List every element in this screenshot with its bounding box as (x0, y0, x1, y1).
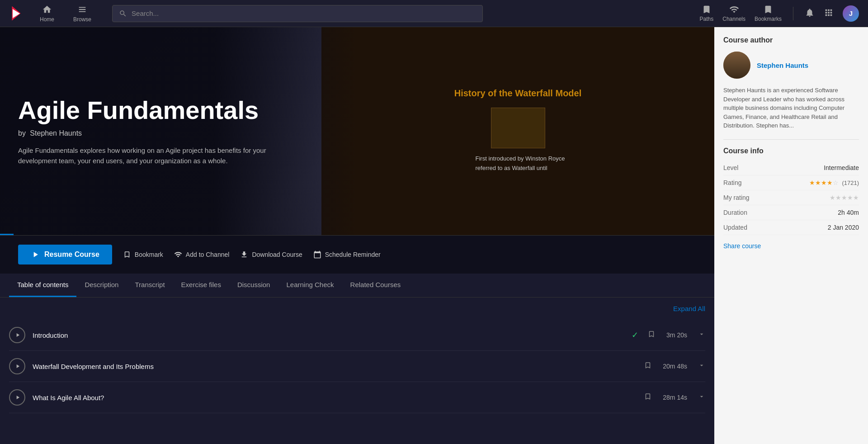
play-module-button[interactable] (9, 358, 25, 374)
download-course-button[interactable]: Download Course (240, 250, 302, 259)
schedule-reminder-button[interactable]: Schedule Reminder (313, 250, 381, 259)
nav-right-group: Paths Channels Bookmarks J (700, 5, 859, 22)
course-hero: History of the Waterfall Model First int… (0, 27, 714, 235)
channel-icon (174, 250, 182, 259)
level-label: Level (723, 164, 738, 171)
expand-module-button[interactable] (698, 362, 705, 371)
info-row-my-rating: My rating ★★★★★ (723, 190, 859, 205)
module-duration: 28m 14s (663, 394, 687, 401)
table-row: Waterfall Development and Its Problems 2… (9, 351, 705, 382)
bookmark-module-button[interactable] (647, 330, 656, 340)
slide-image (491, 108, 545, 148)
author-description: Stephen Haunts is an experienced Softwar… (723, 86, 859, 130)
rating-stars: ★★★★ (809, 179, 833, 186)
left-content: History of the Waterfall Model First int… (0, 27, 714, 444)
download-icon (240, 250, 248, 259)
nav-home[interactable]: Home (33, 5, 61, 23)
play-module-button[interactable] (9, 389, 25, 406)
top-navigation: Home Browse Paths Channels Bookmarks J (0, 0, 868, 27)
tabs-bar: Table of contents Description Transcript… (0, 274, 714, 298)
slide-bullets: First introduced by Winston Royce referr… (471, 155, 565, 174)
course-info-section-title: Course info (723, 147, 859, 155)
module-title: Waterfall Development and Its Problems (33, 363, 637, 370)
play-icon (14, 363, 21, 369)
chevron-down-icon (698, 393, 705, 400)
expand-all-button[interactable]: Expand All (9, 298, 705, 320)
table-row: What Is Agile All About? 28m 14s (9, 382, 705, 413)
nav-apps[interactable] (824, 8, 834, 19)
info-row-duration: Duration 2h 40m (723, 205, 859, 220)
course-title: Agile Fundamentals (18, 96, 339, 124)
course-author-line: by Stephen Haunts (18, 129, 339, 137)
info-row-rating: Rating ★★★★☆ (1721) (723, 175, 859, 190)
bookmark-module-button[interactable] (644, 361, 652, 371)
expand-module-button[interactable] (698, 393, 705, 402)
info-row-level: Level Intermediate (723, 161, 859, 175)
logo-icon[interactable] (9, 6, 24, 21)
slide-bullet-2: referred to as Waterfall until (471, 165, 565, 171)
play-icon (14, 394, 21, 401)
nav-notifications[interactable] (805, 8, 815, 19)
module-title: Introduction (33, 331, 624, 339)
my-rating-label: My rating (723, 194, 750, 201)
bookmark-module-button[interactable] (644, 392, 652, 402)
course-author-section-title: Course author (723, 36, 859, 44)
search-input[interactable] (132, 9, 476, 17)
author-block: Stephen Haunts (723, 52, 859, 79)
hero-text-overlay: Agile Fundamentals by Stephen Haunts Agi… (0, 27, 357, 235)
info-row-updated: Updated 2 Jan 2020 (723, 220, 859, 235)
play-module-button[interactable] (9, 327, 25, 343)
tab-discussion[interactable]: Discussion (229, 274, 278, 297)
expand-module-button[interactable] (698, 331, 705, 340)
author-avatar-image (723, 52, 750, 79)
author-name-link[interactable]: Stephen Haunts (757, 61, 808, 69)
slide-bullet-1: First introduced by Winston Royce (471, 155, 565, 162)
toc-section: Expand All Introduction ✓ 3m 20s (0, 298, 714, 422)
sidebar-divider (723, 139, 859, 140)
module-duration: 3m 20s (666, 331, 687, 339)
slide-title: History of the Waterfall Model (454, 88, 582, 99)
share-course-link[interactable]: Share course (723, 242, 859, 250)
bookmark-icon (644, 392, 652, 401)
course-description: Agile Fundamentals explores how working … (18, 146, 298, 166)
updated-value: 2 Jan 2020 (828, 224, 859, 231)
rating-count: (1721) (842, 179, 859, 186)
nav-bookmarks[interactable]: Bookmarks (755, 5, 782, 22)
search-bar (112, 5, 483, 22)
nav-paths[interactable]: Paths (700, 5, 714, 22)
search-icon (119, 9, 127, 18)
bookmark-icon (123, 250, 131, 259)
nav-browse[interactable]: Browse (66, 5, 99, 23)
bookmark-icon (644, 361, 652, 369)
user-avatar[interactable]: J (843, 5, 859, 22)
nav-channels[interactable]: Channels (722, 5, 745, 22)
my-rating-stars[interactable]: ★★★★★ (830, 194, 859, 201)
calendar-icon (313, 250, 321, 259)
tab-related-courses[interactable]: Related Courses (342, 274, 409, 297)
tab-learning-check[interactable]: Learning Check (278, 274, 342, 297)
bookmark-icon (647, 330, 656, 338)
duration-label: Duration (723, 209, 747, 216)
chevron-down-icon (698, 331, 705, 338)
play-icon (14, 332, 21, 338)
resume-course-button[interactable]: Resume Course (18, 245, 112, 265)
chevron-down-icon (698, 362, 705, 369)
right-sidebar: Course author Stephen Haunts Stephen Hau… (714, 27, 868, 444)
action-bar: Resume Course Bookmark Add to Channel Do… (0, 235, 714, 274)
table-row: Introduction ✓ 3m 20s (9, 320, 705, 351)
bookmark-button[interactable]: Bookmark (123, 250, 163, 259)
tab-exercise[interactable]: Exercise files (173, 274, 229, 297)
add-to-channel-button[interactable]: Add to Channel (174, 250, 230, 259)
duration-value: 2h 40m (838, 209, 859, 216)
slide-preview: History of the Waterfall Model First int… (321, 27, 714, 235)
progress-bar (0, 234, 14, 235)
tab-toc[interactable]: Table of contents (9, 274, 76, 297)
author-avatar (723, 52, 750, 79)
tab-transcript[interactable]: Transcript (127, 274, 173, 297)
rating-value: ★★★★☆ (1721) (809, 179, 859, 186)
play-icon (31, 250, 40, 259)
tab-description[interactable]: Description (76, 274, 127, 297)
completed-check-icon: ✓ (632, 330, 638, 340)
module-title: What Is Agile All About? (33, 394, 637, 401)
nav-divider (793, 7, 793, 20)
